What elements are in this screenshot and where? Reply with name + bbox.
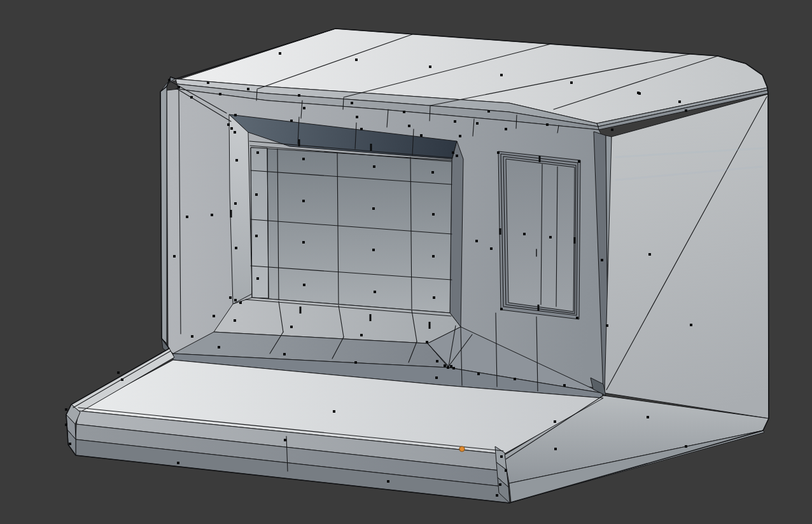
face-dot[interactable] xyxy=(431,171,434,174)
face-dot[interactable] xyxy=(546,123,549,126)
face-dot[interactable] xyxy=(168,79,171,81)
face-dot[interactable] xyxy=(514,378,516,380)
face-dot[interactable] xyxy=(647,416,649,418)
face-dot[interactable] xyxy=(255,235,258,237)
object-origin-dot[interactable] xyxy=(459,446,465,452)
face-dot[interactable] xyxy=(207,81,209,84)
face-dot[interactable] xyxy=(234,202,237,205)
face-dot[interactable] xyxy=(235,247,237,249)
face-dot[interactable] xyxy=(387,480,389,483)
mesh-face-screen-recess-left-wall[interactable] xyxy=(229,114,252,304)
3d-viewport-canvas[interactable] xyxy=(0,0,812,524)
face-dot[interactable] xyxy=(497,151,500,154)
face-dot[interactable] xyxy=(578,160,580,163)
face-dot[interactable] xyxy=(213,315,215,317)
mesh-face-right-side-face[interactable] xyxy=(605,94,769,418)
face-dot[interactable] xyxy=(372,249,375,251)
face-dot[interactable] xyxy=(563,384,566,387)
face-dot[interactable] xyxy=(487,110,490,113)
face-dot[interactable] xyxy=(454,120,456,123)
face-dot[interactable] xyxy=(65,424,67,426)
face-dot[interactable] xyxy=(234,131,236,134)
face-dot[interactable] xyxy=(420,134,423,137)
face-dot[interactable] xyxy=(490,247,493,250)
face-dot[interactable] xyxy=(554,420,556,423)
face-dot[interactable] xyxy=(500,74,503,76)
face-dot[interactable] xyxy=(499,483,501,486)
face-dot[interactable] xyxy=(523,233,526,235)
face-dot[interactable] xyxy=(496,494,498,497)
face-dot[interactable] xyxy=(570,81,573,84)
face-dot[interactable] xyxy=(576,317,578,319)
face-dot[interactable] xyxy=(235,159,238,162)
face-dot[interactable] xyxy=(690,324,692,326)
face-dot[interactable] xyxy=(435,376,438,379)
face-dot[interactable] xyxy=(452,367,455,369)
face-dot[interactable] xyxy=(426,341,428,343)
mesh-face-screen-left-column-highlight[interactable] xyxy=(251,148,269,298)
face-dot[interactable] xyxy=(239,301,242,304)
face-dot[interactable] xyxy=(255,193,258,196)
face-dot[interactable] xyxy=(432,255,435,258)
face-dot[interactable] xyxy=(372,207,375,210)
face-dot[interactable] xyxy=(218,346,220,348)
face-dot[interactable] xyxy=(638,92,641,95)
face-dot[interactable] xyxy=(447,366,449,369)
face-dot[interactable] xyxy=(360,334,363,336)
face-dot[interactable] xyxy=(373,165,375,168)
face-dot[interactable] xyxy=(229,296,232,299)
face-dot[interactable] xyxy=(351,102,353,104)
face-dot[interactable] xyxy=(190,96,193,99)
face-dot[interactable] xyxy=(302,241,305,244)
face-dot[interactable] xyxy=(298,94,300,97)
face-dot[interactable] xyxy=(303,284,305,286)
face-dot[interactable] xyxy=(606,324,608,327)
face-dot[interactable] xyxy=(374,291,376,293)
face-dot[interactable] xyxy=(69,443,71,445)
face-dot[interactable] xyxy=(505,128,507,130)
face-dot[interactable] xyxy=(302,158,305,160)
mesh-face-panel-door-face[interactable] xyxy=(506,159,575,312)
face-dot[interactable] xyxy=(408,125,410,127)
face-dot[interactable] xyxy=(290,120,293,122)
face-dot[interactable] xyxy=(444,364,446,367)
face-dot[interactable] xyxy=(234,114,237,116)
face-dot[interactable] xyxy=(178,86,180,88)
face-dot[interactable] xyxy=(230,127,233,130)
face-dot[interactable] xyxy=(433,296,435,299)
face-dot[interactable] xyxy=(303,107,305,109)
face-dot[interactable] xyxy=(685,445,687,448)
face-dot[interactable] xyxy=(429,66,431,68)
face-dot[interactable] xyxy=(456,155,458,157)
face-dot[interactable] xyxy=(475,240,478,242)
face-dot[interactable] xyxy=(505,469,507,472)
face-dot[interactable] xyxy=(211,214,213,216)
face-dot[interactable] xyxy=(549,236,552,238)
face-dot[interactable] xyxy=(227,123,230,126)
face-dot[interactable] xyxy=(403,111,405,113)
face-dot[interactable] xyxy=(648,253,651,256)
face-dot[interactable] xyxy=(452,151,454,154)
face-dot[interactable] xyxy=(360,128,363,130)
face-dot[interactable] xyxy=(500,455,503,458)
face-dot[interactable] xyxy=(356,116,358,118)
face-dot[interactable] xyxy=(234,299,237,301)
face-dot[interactable] xyxy=(354,361,357,364)
face-dot[interactable] xyxy=(476,122,479,125)
face-dot[interactable] xyxy=(601,259,603,261)
face-dot[interactable] xyxy=(177,462,179,464)
face-dot[interactable] xyxy=(436,360,438,362)
face-dot[interactable] xyxy=(256,277,259,280)
face-dot[interactable] xyxy=(333,410,335,413)
3d-viewport[interactable] xyxy=(0,0,812,524)
face-dot[interactable] xyxy=(450,365,452,368)
face-dot[interactable] xyxy=(173,255,176,258)
face-dot[interactable] xyxy=(191,335,193,338)
face-dot[interactable] xyxy=(186,216,188,218)
face-dot[interactable] xyxy=(256,151,259,154)
face-dot[interactable] xyxy=(279,52,281,55)
face-dot[interactable] xyxy=(477,373,480,375)
face-dot[interactable] xyxy=(234,319,236,322)
face-dot[interactable] xyxy=(432,213,435,216)
face-dot[interactable] xyxy=(117,371,120,374)
